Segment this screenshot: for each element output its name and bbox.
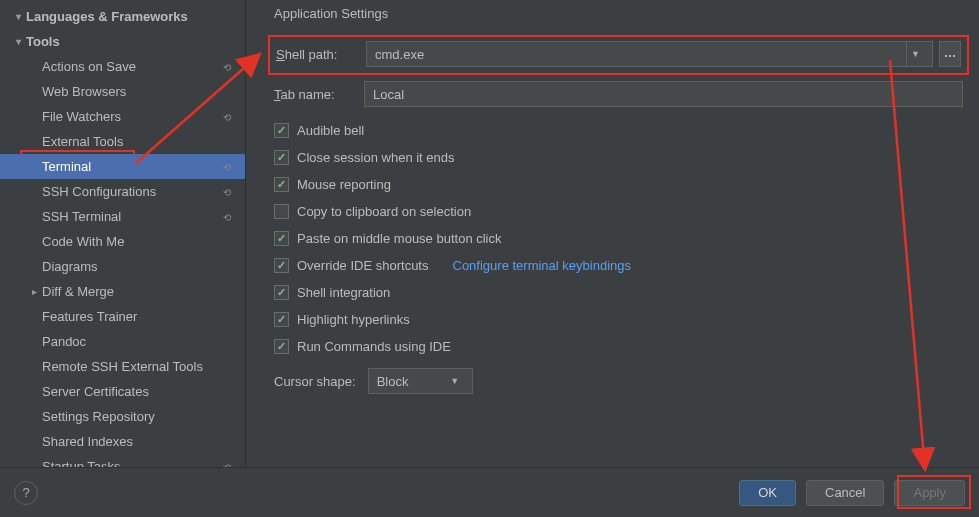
- sidebar-item-remote-ssh-external-tools[interactable]: Remote SSH External Tools: [0, 354, 245, 379]
- sidebar-item-label: Remote SSH External Tools: [42, 359, 235, 374]
- help-button[interactable]: ?: [14, 481, 38, 505]
- sidebar-item-diagrams[interactable]: Diagrams: [0, 254, 245, 279]
- help-icon: ?: [22, 485, 29, 500]
- sidebar-item-label: Server Certificates: [42, 384, 235, 399]
- sidebar-item-label: SSH Configurations: [42, 184, 223, 199]
- checkbox-icon: [274, 123, 289, 138]
- sidebar-item-ssh-terminal[interactable]: SSH Terminal ⟲: [0, 204, 245, 229]
- sidebar-group-label: Languages & Frameworks: [26, 9, 235, 24]
- sidebar-item-actions-on-save[interactable]: Actions on Save ⟲: [0, 54, 245, 79]
- checkbox-label: Run Commands using IDE: [297, 339, 451, 354]
- checkbox-label: Paste on middle mouse button click: [297, 231, 502, 246]
- sidebar-item-startup-tasks[interactable]: Startup Tasks ⟲: [0, 454, 245, 467]
- checkbox-icon: [274, 339, 289, 354]
- checkbox-shell-integration[interactable]: Shell integration: [274, 279, 963, 306]
- sidebar-item-pandoc[interactable]: Pandoc: [0, 329, 245, 354]
- checkbox-icon: [274, 285, 289, 300]
- sidebar-item-ssh-configurations[interactable]: SSH Configurations ⟲: [0, 179, 245, 204]
- checkbox-copy-clipboard[interactable]: Copy to clipboard on selection: [274, 198, 963, 225]
- checkbox-label: Highlight hyperlinks: [297, 312, 410, 327]
- checkbox-label: Close session when it ends: [297, 150, 455, 165]
- sidebar-item-label: Code With Me: [42, 234, 235, 249]
- checkbox-paste-middle[interactable]: Paste on middle mouse button click: [274, 225, 963, 252]
- sidebar-item-external-tools[interactable]: External Tools: [0, 129, 245, 154]
- section-title: Application Settings: [274, 6, 963, 21]
- sidebar-item-label: External Tools: [42, 134, 235, 149]
- browse-button[interactable]: …: [939, 41, 961, 67]
- checkbox-highlight-hyperlinks[interactable]: Highlight hyperlinks: [274, 306, 963, 333]
- sidebar-item-label: Web Browsers: [42, 84, 235, 99]
- shell-path-combo[interactable]: cmd.exe ▼: [366, 41, 933, 67]
- checkbox-icon: [274, 204, 289, 219]
- sidebar-item-server-certificates[interactable]: Server Certificates: [0, 379, 245, 404]
- sidebar-group-tools[interactable]: ▾ Tools: [0, 29, 245, 54]
- sidebar-item-shared-indexes[interactable]: Shared Indexes: [0, 429, 245, 454]
- sidebar-item-file-watchers[interactable]: File Watchers ⟲: [0, 104, 245, 129]
- sidebar-item-label: File Watchers: [42, 109, 223, 124]
- checkbox-override-ide[interactable]: Override IDE shortcuts Configure termina…: [274, 252, 963, 279]
- chevron-down-icon: ▾: [10, 36, 26, 47]
- sidebar-item-label: Diff & Merge: [42, 284, 235, 299]
- checkbox-mouse-reporting[interactable]: Mouse reporting: [274, 171, 963, 198]
- sidebar-item-label: Diagrams: [42, 259, 235, 274]
- cursor-shape-combo[interactable]: Block ▼: [368, 368, 473, 394]
- checkbox-audible-bell[interactable]: Audible bell: [274, 117, 963, 144]
- settings-content: Application Settings Shell path: cmd.exe…: [246, 0, 979, 467]
- checkbox-label: Copy to clipboard on selection: [297, 204, 471, 219]
- sidebar-item-terminal[interactable]: Terminal ⟲: [0, 154, 245, 179]
- sidebar-item-settings-repository[interactable]: Settings Repository: [0, 404, 245, 429]
- chevron-down-icon: ▾: [10, 11, 26, 22]
- sidebar-item-web-browsers[interactable]: Web Browsers: [0, 79, 245, 104]
- sidebar-item-label: Pandoc: [42, 334, 235, 349]
- sidebar-item-label: Actions on Save: [42, 59, 223, 74]
- sidebar-group-label: Tools: [26, 34, 235, 49]
- sidebar-item-label: Features Trainer: [42, 309, 235, 324]
- sidebar-group-languages-frameworks[interactable]: ▾ Languages & Frameworks: [0, 4, 245, 29]
- chevron-right-icon: ▸: [26, 286, 42, 297]
- reset-icon: ⟲: [223, 212, 235, 222]
- sidebar-item-label: Startup Tasks: [42, 459, 223, 467]
- ok-button[interactable]: OK: [739, 480, 796, 506]
- cursor-shape-value: Block: [377, 374, 440, 389]
- cancel-button[interactable]: Cancel: [806, 480, 884, 506]
- sidebar-item-features-trainer[interactable]: Features Trainer: [0, 304, 245, 329]
- sidebar-item-diff-merge[interactable]: ▸ Diff & Merge: [0, 279, 245, 304]
- sidebar-item-code-with-me[interactable]: Code With Me: [0, 229, 245, 254]
- chevron-down-icon: ▼: [906, 42, 924, 66]
- configure-keybindings-link[interactable]: Configure terminal keybindings: [453, 258, 631, 273]
- checkbox-label: Shell integration: [297, 285, 390, 300]
- checkbox-icon: [274, 177, 289, 192]
- sidebar-item-label: Terminal: [42, 159, 223, 174]
- sidebar-item-label: Shared Indexes: [42, 434, 235, 449]
- checkbox-icon: [274, 231, 289, 246]
- checkbox-icon: [274, 258, 289, 273]
- checkbox-label: Mouse reporting: [297, 177, 391, 192]
- apply-button[interactable]: Apply: [894, 480, 965, 506]
- checkbox-icon: [274, 312, 289, 327]
- tab-name-value: Local: [373, 87, 404, 102]
- checkbox-close-session[interactable]: Close session when it ends: [274, 144, 963, 171]
- tab-name-label: Tab name:: [274, 87, 364, 102]
- chevron-down-icon: ▼: [446, 369, 464, 393]
- reset-icon: ⟲: [223, 62, 235, 72]
- shell-path-label: Shell path:: [276, 47, 366, 62]
- checkbox-label: Override IDE shortcuts: [297, 258, 429, 273]
- sidebar-item-label: Settings Repository: [42, 409, 235, 424]
- reset-icon: ⟲: [223, 187, 235, 197]
- reset-icon: ⟲: [223, 162, 235, 172]
- checkbox-label: Audible bell: [297, 123, 364, 138]
- dialog-footer: ? OK Cancel Apply: [0, 467, 979, 517]
- reset-icon: ⟲: [223, 112, 235, 122]
- cursor-shape-label: Cursor shape:: [274, 374, 356, 389]
- tab-name-field[interactable]: Local: [364, 81, 963, 107]
- shell-path-value: cmd.exe: [375, 47, 900, 62]
- sidebar-item-label: SSH Terminal: [42, 209, 223, 224]
- checkbox-icon: [274, 150, 289, 165]
- settings-sidebar[interactable]: ▾ Languages & Frameworks ▾ Tools Actions…: [0, 0, 246, 467]
- annotation-box-shell-path: Shell path: cmd.exe ▼ …: [268, 35, 969, 75]
- checkbox-run-commands-ide[interactable]: Run Commands using IDE: [274, 333, 963, 360]
